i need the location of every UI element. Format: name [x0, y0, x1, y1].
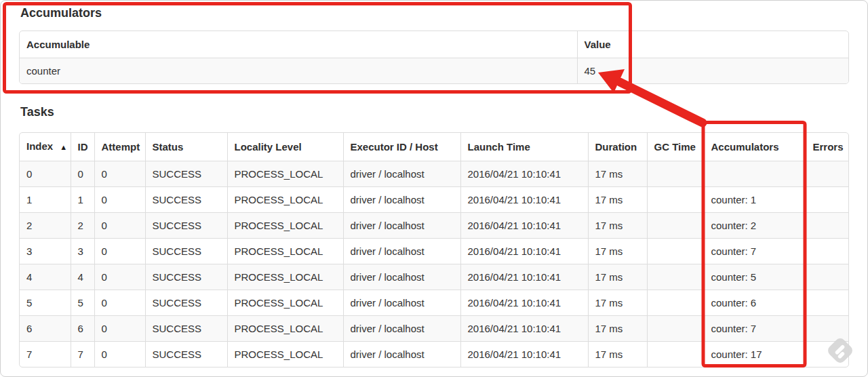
table-cell: 17 ms	[588, 161, 647, 187]
table-cell: 2016/04/21 10:10:41	[460, 239, 588, 264]
table-row: 000SUCCESSPROCESS_LOCALdriver / localhos…	[20, 161, 849, 187]
table-cell: driver / localhost	[343, 264, 460, 290]
column-header-label: Duration	[595, 141, 637, 153]
table-cell	[647, 316, 704, 342]
table-cell: 4	[20, 264, 71, 290]
table-cell: 17 ms	[588, 264, 647, 290]
table-cell: 0	[94, 239, 145, 264]
table-row: counter45	[20, 58, 849, 84]
sort-ascending-icon: ▲	[60, 143, 67, 151]
table-cell: PROCESS_LOCAL	[227, 213, 343, 239]
table-cell: 2016/04/21 10:10:41	[460, 316, 588, 342]
table-cell: PROCESS_LOCAL	[227, 161, 343, 187]
column-header-locality-level[interactable]: Locality Level	[227, 133, 343, 161]
table-cell: 45	[577, 58, 849, 84]
table-cell: 2016/04/21 10:10:41	[460, 264, 588, 290]
table-cell	[806, 161, 849, 187]
table-cell: counter: 5	[704, 264, 806, 290]
table-cell: driver / localhost	[343, 342, 460, 368]
column-header-accumulators[interactable]: Accumulators	[704, 133, 806, 161]
column-header-label: Launch Time	[468, 141, 530, 153]
column-header-gc-time[interactable]: GC Time	[647, 133, 704, 161]
table-cell: SUCCESS	[145, 316, 227, 342]
column-header-label: Locality Level	[235, 141, 302, 153]
column-header-label: GC Time	[654, 141, 696, 153]
table-cell: SUCCESS	[145, 187, 227, 213]
column-header-label: Status	[153, 141, 184, 153]
table-cell: 0	[94, 213, 145, 239]
column-header-errors[interactable]: Errors	[806, 133, 849, 161]
column-header-label: Value	[585, 39, 611, 50]
table-cell: 0	[94, 342, 145, 368]
column-header-status[interactable]: Status	[145, 133, 227, 161]
table-cell: driver / localhost	[343, 239, 460, 264]
column-header-label: Accumulators	[711, 141, 779, 153]
table-cell	[806, 290, 849, 316]
table-cell: 0	[71, 161, 94, 187]
column-header-label: Attempt	[102, 141, 140, 153]
column-header-executor-id-host[interactable]: Executor ID / Host	[343, 133, 460, 161]
column-header-label: Accumulable	[26, 39, 90, 50]
table-cell: driver / localhost	[343, 187, 460, 213]
table-cell: counter: 17	[704, 342, 806, 368]
table-cell: SUCCESS	[145, 239, 227, 264]
table-cell: driver / localhost	[343, 213, 460, 239]
table-cell: SUCCESS	[145, 290, 227, 316]
table-cell: PROCESS_LOCAL	[227, 187, 343, 213]
accumulators-section-heading: Accumulators	[20, 5, 849, 20]
table-cell: PROCESS_LOCAL	[227, 239, 343, 264]
tasks-section-heading: Tasks	[20, 104, 849, 119]
table-row: 440SUCCESSPROCESS_LOCALdriver / localhos…	[20, 264, 849, 290]
table-cell: 17 ms	[588, 213, 647, 239]
table-cell: 5	[20, 290, 71, 316]
table-cell: PROCESS_LOCAL	[227, 316, 343, 342]
table-cell	[647, 342, 704, 368]
table-cell: SUCCESS	[145, 342, 227, 368]
table-cell: counter: 7	[704, 239, 806, 264]
table-cell: counter	[20, 58, 577, 84]
accumulators-table-container: AccumulableValue counter45	[19, 31, 849, 84]
column-header-accumulable[interactable]: Accumulable	[20, 31, 577, 58]
table-row: 220SUCCESSPROCESS_LOCALdriver / localhos…	[20, 213, 849, 239]
table-cell: 1	[20, 187, 71, 213]
table-cell: 5	[71, 290, 94, 316]
table-cell: 17 ms	[588, 342, 647, 368]
table-row: 660SUCCESSPROCESS_LOCALdriver / localhos…	[20, 316, 849, 342]
column-header-launch-time[interactable]: Launch Time	[460, 133, 588, 161]
table-cell: counter: 7	[704, 316, 806, 342]
table-cell: 0	[94, 187, 145, 213]
table-cell: 2	[20, 213, 71, 239]
table-header-row: Index▲IDAttemptStatusLocality LevelExecu…	[20, 133, 849, 161]
table-cell	[806, 213, 849, 239]
table-cell: 6	[20, 316, 71, 342]
accumulators-table: AccumulableValue counter45	[20, 31, 849, 83]
column-header-duration[interactable]: Duration	[588, 133, 647, 161]
table-cell: 2016/04/21 10:10:41	[460, 187, 588, 213]
table-cell: 2	[71, 213, 94, 239]
feedly-watermark-icon	[825, 335, 856, 366]
table-cell: driver / localhost	[343, 161, 460, 187]
column-header-label: ID	[78, 141, 88, 153]
column-header-attempt[interactable]: Attempt	[94, 133, 145, 161]
table-cell: counter: 2	[704, 213, 806, 239]
table-cell: 2016/04/21 10:10:41	[460, 290, 588, 316]
table-cell: 7	[71, 342, 94, 368]
column-header-index[interactable]: Index▲	[20, 133, 71, 161]
column-header-value[interactable]: Value	[577, 31, 849, 58]
table-row: 770SUCCESSPROCESS_LOCALdriver / localhos…	[20, 342, 849, 368]
table-cell	[647, 187, 704, 213]
column-header-id[interactable]: ID	[71, 133, 94, 161]
table-cell: PROCESS_LOCAL	[227, 290, 343, 316]
table-cell: 1	[71, 187, 94, 213]
table-cell: 7	[20, 342, 71, 368]
table-cell: 3	[71, 239, 94, 264]
table-cell: SUCCESS	[145, 161, 227, 187]
table-cell	[647, 239, 704, 264]
table-cell	[647, 264, 704, 290]
table-cell	[806, 239, 849, 264]
table-cell: 0	[94, 316, 145, 342]
table-cell: 0	[94, 161, 145, 187]
table-cell: PROCESS_LOCAL	[227, 342, 343, 368]
column-header-label: Index	[26, 140, 53, 152]
table-cell: 17 ms	[588, 239, 647, 264]
